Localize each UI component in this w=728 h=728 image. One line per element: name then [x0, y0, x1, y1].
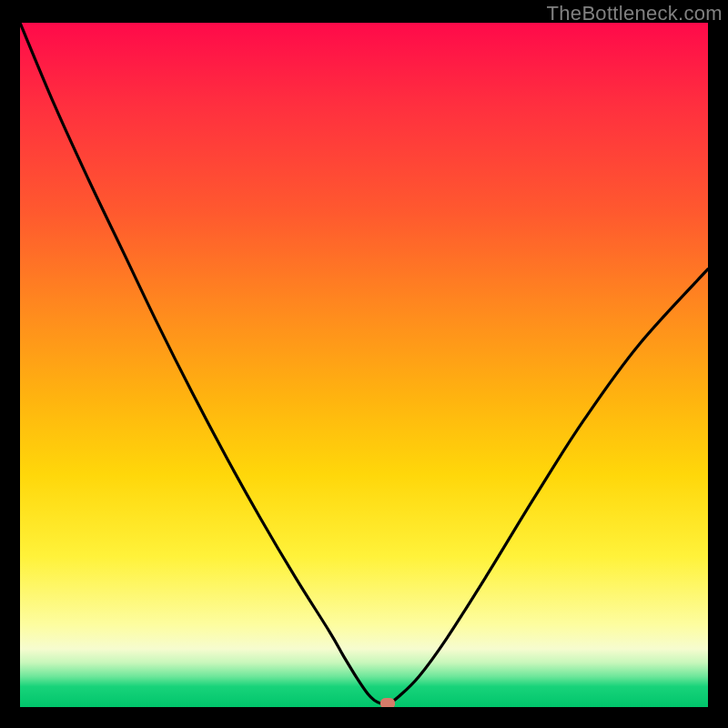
plot-area [20, 23, 708, 707]
watermark-text: TheBottleneck.com [547, 2, 723, 25]
chart-root: TheBottleneck.com [0, 0, 728, 728]
minimum-marker [380, 698, 395, 707]
curve-layer [20, 23, 708, 707]
bottleneck-curve [20, 23, 708, 704]
